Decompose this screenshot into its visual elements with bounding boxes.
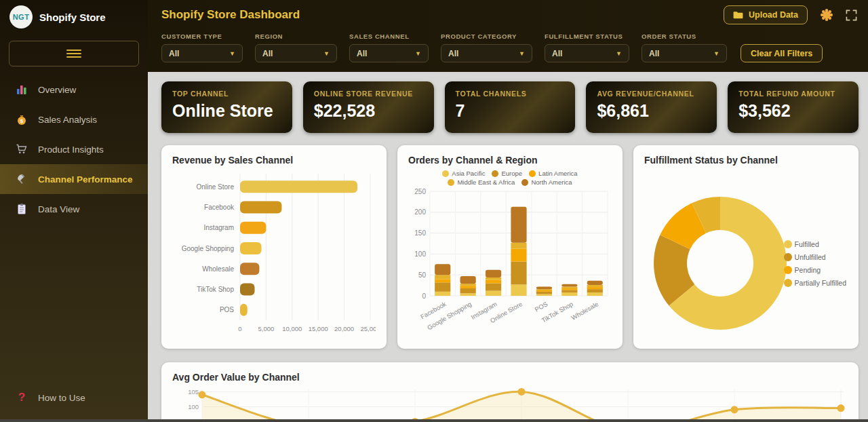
fullscreen-icon xyxy=(846,9,857,21)
bar-chart-icon xyxy=(15,83,28,96)
legend-item[interactable]: Partially Fulfilled xyxy=(784,279,846,287)
sidebar-item-data-view[interactable]: Data View xyxy=(0,194,148,224)
region-select[interactable]: All▼ xyxy=(255,44,337,62)
sidebar-item-label: Channel Performance xyxy=(38,174,133,185)
filter-sales-channel: SALES CHANNEL All▼ xyxy=(349,33,429,62)
order-status-select[interactable]: All▼ xyxy=(642,44,727,62)
filter-label: PRODUCT CATEGORY xyxy=(441,33,532,40)
filter-order-status: ORDER STATUS All▼ xyxy=(642,33,727,62)
svg-text:25,000: 25,000 xyxy=(360,325,376,332)
filter-customer-type: CUSTOMER TYPE All▼ xyxy=(161,33,243,62)
hamburger-icon xyxy=(66,47,81,60)
kpi-total-channels: TOTAL CHANNELS 7 xyxy=(445,81,576,133)
filter-label: SALES CHANNEL xyxy=(349,33,429,40)
kpi-label: ONLINE STORE REVENUE xyxy=(314,90,423,98)
sidebar-item-overview[interactable]: Overview xyxy=(0,75,148,104)
chart-title: Revenue by Sales Channel xyxy=(172,155,376,166)
filter-label: CUSTOMER TYPE xyxy=(161,33,243,40)
sidebar-item-label: Sales Analysis xyxy=(38,115,97,125)
sidebar-item-how-to-use[interactable]: ? How to Use xyxy=(0,383,148,413)
svg-text:Online Store: Online Store xyxy=(196,183,234,191)
revenue-by-sales-channel-card: Revenue by Sales Channel 05,00010,00015,… xyxy=(161,145,387,349)
svg-text:Facebook: Facebook xyxy=(204,204,235,211)
chart-legend[interactable]: Asia PacificEuropeLatin AmericaMiddle Ea… xyxy=(408,170,612,186)
legend-item[interactable]: Fulfilled xyxy=(784,240,846,248)
legend-item[interactable]: North America xyxy=(521,178,572,186)
dashboard-content: TOP CHANNEL Online Store ONLINE STORE RE… xyxy=(148,72,868,422)
sidebar: NGT Shopify Store Overview $ Sales Analy… xyxy=(0,0,148,422)
kpi-label: TOTAL REFUND AMOUNT xyxy=(738,90,848,98)
legend-item[interactable]: Asia Pacific xyxy=(442,170,485,177)
select-value: All xyxy=(357,49,367,58)
sidebar-item-label: Product Insights xyxy=(38,145,104,155)
svg-text:150: 150 xyxy=(414,229,426,237)
kpi-value: $3,562 xyxy=(738,101,848,121)
avg-order-value-card: Avg Order Value by Channel 100105 xyxy=(161,362,859,422)
svg-text:Wholesale: Wholesale xyxy=(570,300,599,322)
svg-text:Google Shopping: Google Shopping xyxy=(182,245,234,252)
money-bag-icon: $ xyxy=(15,113,28,126)
fulfillment-status-select[interactable]: All▼ xyxy=(545,44,629,62)
svg-text:Google Shopping: Google Shopping xyxy=(426,300,473,331)
sidebar-item-channel-performance[interactable]: Channel Performance xyxy=(0,164,148,194)
sidebar-item-label: Overview xyxy=(38,85,76,95)
legend-item[interactable]: Europe xyxy=(492,170,522,177)
legend-item[interactable]: Unfulfilled xyxy=(784,253,846,261)
svg-text:TikTok Shop: TikTok Shop xyxy=(197,286,234,293)
kpi-label: AVG REVENUE/CHANNEL xyxy=(597,90,706,98)
product-category-select[interactable]: All▼ xyxy=(441,44,532,62)
chevron-down-icon: ▼ xyxy=(323,50,330,57)
svg-text:$: $ xyxy=(20,118,24,124)
sidebar-nav: Overview $ Sales Analysis Product Insigh… xyxy=(0,75,148,224)
upload-data-label: Upload Data xyxy=(749,10,798,20)
kpi-label: TOP CHANNEL xyxy=(172,90,281,98)
kpi-value: $22,528 xyxy=(314,101,423,121)
clipboard-icon xyxy=(15,202,28,216)
legend-item[interactable]: Pending xyxy=(784,266,846,274)
filter-product-category: PRODUCT CATEGORY All▼ xyxy=(441,33,532,62)
orders-by-channel-region-card: Orders by Channel & Region Asia PacificE… xyxy=(397,145,623,349)
chevron-down-icon: ▼ xyxy=(229,50,235,57)
theme-toggle-button[interactable] xyxy=(820,8,833,22)
svg-text:105: 105 xyxy=(188,388,199,396)
chevron-down-icon: ▼ xyxy=(713,50,719,57)
chevron-down-icon: ▼ xyxy=(616,50,622,57)
header-actions: Upload Data xyxy=(724,5,857,24)
sidebar-collapse-toggle[interactable] xyxy=(9,41,139,66)
chevron-down-icon: ▼ xyxy=(519,50,525,57)
filter-fulfillment-status: FULFILLMENT STATUS All▼ xyxy=(545,33,629,62)
svg-text:250: 250 xyxy=(414,188,426,195)
customer-type-select[interactable]: All▼ xyxy=(161,44,243,62)
svg-text:100: 100 xyxy=(414,250,426,258)
upload-data-button[interactable]: Upload Data xyxy=(724,5,808,24)
kpi-row: TOP CHANNEL Online Store ONLINE STORE RE… xyxy=(161,81,859,133)
chart-legend[interactable]: FulfilledUnfulfilledPendingPartially Ful… xyxy=(784,240,846,287)
chevron-down-icon: ▼ xyxy=(415,50,421,57)
kpi-avg-revenue-channel: AVG REVENUE/CHANNEL $6,861 xyxy=(586,81,717,133)
svg-text:15,000: 15,000 xyxy=(309,325,328,332)
select-value: All xyxy=(649,49,659,58)
kpi-value: $6,861 xyxy=(597,101,706,121)
orders-by-channel-region-chart: Asia PacificEuropeLatin AmericaMiddle Ea… xyxy=(408,170,612,334)
svg-text:100: 100 xyxy=(188,403,199,410)
clear-all-filters-button[interactable]: Clear All Filters xyxy=(741,44,823,62)
svg-text:0: 0 xyxy=(422,292,426,300)
sidebar-item-sales-analysis[interactable]: $ Sales Analysis xyxy=(0,104,148,134)
satellite-icon xyxy=(15,172,28,186)
kpi-value: Online Store xyxy=(172,101,281,121)
sidebar-item-product-insights[interactable]: Product Insights xyxy=(0,134,148,164)
kpi-online-store-revenue: ONLINE STORE REVENUE $22,528 xyxy=(303,81,434,133)
window-bottom-edge xyxy=(0,419,868,422)
svg-text:POS: POS xyxy=(220,306,234,313)
select-value: All xyxy=(262,49,273,58)
svg-text:200: 200 xyxy=(414,208,426,216)
legend-item[interactable]: Latin America xyxy=(529,170,578,177)
fullscreen-button[interactable] xyxy=(846,9,857,21)
sidebar-item-label: Data View xyxy=(38,204,79,214)
brand-logo: NGT xyxy=(9,5,33,28)
sales-channel-select[interactable]: All▼ xyxy=(349,44,429,62)
legend-item[interactable]: Middle East & Africa xyxy=(448,178,515,186)
svg-text:10,000: 10,000 xyxy=(282,325,302,332)
top-bar: Shopify Store Dashboard Upload Data xyxy=(148,0,868,72)
svg-text:5,000: 5,000 xyxy=(258,325,275,332)
